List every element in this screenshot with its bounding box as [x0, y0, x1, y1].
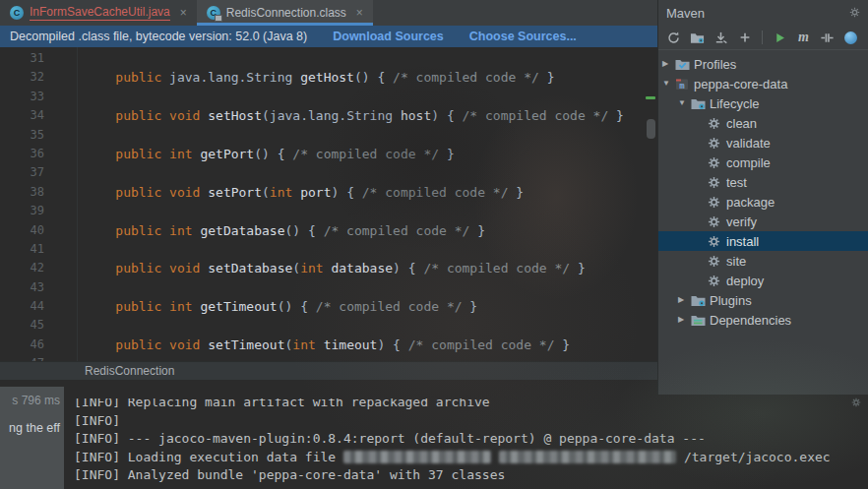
console-line: [INFO] Loading execution data file /targ… — [74, 449, 868, 467]
chevron-right-icon[interactable]: ▶ — [678, 296, 691, 304]
maven-module-icon: m — [675, 78, 692, 91]
maven-tree-item-lifecycle[interactable]: ▼Lifecycle — [658, 93, 868, 113]
code-line[interactable]: 35 — [0, 126, 657, 145]
maven-tree-item-plugins[interactable]: ▶Plugins — [658, 290, 868, 310]
plugins-folder-icon — [691, 294, 708, 307]
line-number: 32 — [0, 68, 44, 87]
code-line[interactable]: 36 public int getPort() { /* compiled co… — [0, 145, 657, 163]
maven-plugin-icon[interactable] — [840, 28, 861, 47]
code-editor[interactable]: 3132 public java.lang.String getHost() {… — [0, 47, 657, 362]
line-number: 43 — [0, 278, 44, 297]
profiles-folder-icon — [675, 58, 692, 71]
chevron-right-icon[interactable]: ▶ — [678, 316, 691, 324]
download-sources-icon[interactable] — [711, 28, 731, 47]
tree-item-label: Lifecycle — [710, 96, 760, 111]
tab-redisconnection[interactable]: C RedisConnection.class × — [197, 0, 373, 26]
generate-sources-icon[interactable] — [687, 28, 708, 47]
close-tab-icon[interactable]: × — [356, 6, 363, 20]
code-text: public int getTimeout() { /* compiled co… — [85, 297, 477, 316]
chevron-right-icon[interactable]: ▶ — [662, 60, 675, 68]
line-number: 46 — [0, 336, 44, 354]
console-settings-icon[interactable] — [851, 394, 861, 411]
maven-tree-item-install[interactable]: install — [658, 231, 868, 251]
goal-icon — [708, 156, 724, 169]
maven-tree-item-profiles[interactable]: ▶Profiles — [658, 54, 868, 74]
download-sources-link[interactable]: Download Sources — [333, 30, 444, 43]
add-maven-project-icon[interactable] — [734, 28, 755, 47]
chevron-down-icon[interactable]: ▼ — [662, 80, 675, 88]
tab-label: InFormSaveCacheUtil.java — [30, 5, 170, 21]
maven-tree-item-site[interactable]: site — [658, 251, 868, 271]
code-text: public int getDatabase() { /* compiled c… — [85, 221, 485, 240]
editor-scrollbar-thumb[interactable] — [647, 119, 655, 139]
line-number: 38 — [0, 183, 44, 202]
tree-item-label: deploy — [726, 274, 764, 288]
code-line[interactable]: 39 — [0, 202, 657, 220]
code-line[interactable]: 40 public int getDatabase() { /* compile… — [0, 221, 657, 240]
code-line[interactable]: 37 — [0, 163, 657, 182]
execute-goal-icon[interactable]: m — [793, 28, 814, 47]
console-text: [INFO] — [74, 413, 120, 428]
skip-tests-icon[interactable] — [817, 28, 837, 47]
tree-item-label: compile — [726, 155, 771, 170]
maven-tree-item-deploy[interactable]: deploy — [658, 271, 868, 290]
maven-tree-item-dependencies[interactable]: ▶Dependencies — [658, 310, 868, 330]
code-line[interactable]: 41 — [0, 240, 657, 259]
code-line[interactable]: 38 public void setPort(int port) { /* co… — [0, 183, 657, 202]
chevron-down-icon[interactable]: ▼ — [678, 99, 691, 107]
line-number: 31 — [0, 49, 44, 68]
tab-informsavecacheutil[interactable]: C InFormSaveCacheUtil.java × — [0, 0, 197, 26]
breadcrumb-item[interactable]: RedisConnection — [85, 364, 174, 378]
goal-icon — [708, 215, 724, 228]
panel-gear-icon[interactable] — [849, 6, 860, 21]
line-number: 33 — [0, 88, 44, 106]
code-line[interactable]: 33 — [0, 88, 657, 106]
console-text: [INFO] Analyzed bundle 'peppa-core-data'… — [74, 467, 505, 482]
maven-tree-item-clean[interactable]: clean — [658, 113, 868, 133]
tree-item-label: validate — [726, 136, 771, 151]
maven-tree-item-test[interactable]: test — [658, 172, 868, 192]
line-number: 35 — [0, 126, 44, 145]
maven-tree-item-validate[interactable]: validate — [658, 133, 868, 153]
choose-sources-link[interactable]: Choose Sources... — [469, 30, 577, 43]
run-console[interactable]: [INFO] Replacing main artifact with repa… — [0, 380, 868, 489]
goal-icon — [708, 196, 724, 209]
run-icon[interactable] — [770, 28, 790, 47]
editor-tabbar: C InFormSaveCacheUtil.java × C RedisConn… — [0, 0, 657, 26]
code-line[interactable]: 45 — [0, 316, 657, 335]
banner-message: Decompiled .class file, bytecode version… — [10, 30, 307, 43]
maven-tree-item-verify[interactable]: verify — [658, 212, 868, 231]
maven-tree-item-peppa-core-data[interactable]: ▼mpeppa-core-data — [658, 74, 868, 93]
dependencies-folder-icon — [691, 314, 708, 327]
code-line[interactable]: 43 — [0, 278, 657, 297]
tree-item-label: Plugins — [710, 293, 752, 308]
inspection-ok-marker — [646, 96, 655, 99]
tree-item-label: Profiles — [694, 57, 736, 72]
console-output: [INFO] Replacing main artifact with repa… — [74, 398, 868, 489]
maven-tree-item-package[interactable]: package — [658, 192, 868, 212]
lifecycle-folder-icon — [691, 97, 708, 110]
maven-tree-item-compile[interactable]: compile — [658, 153, 868, 172]
tree-item-label: package — [726, 195, 775, 210]
goal-icon — [708, 176, 724, 189]
reimport-icon[interactable] — [663, 28, 684, 47]
code-line[interactable]: 32 public java.lang.String getHost() { /… — [0, 68, 657, 87]
goal-icon — [708, 117, 724, 130]
code-line[interactable]: 44 public int getTimeout() { /* compiled… — [0, 297, 657, 316]
svg-text:m: m — [679, 80, 685, 90]
line-number: 44 — [0, 297, 44, 316]
breadcrumb[interactable]: RedisConnection — [0, 361, 657, 380]
code-text: public void setPort(int port) { /* compi… — [85, 183, 524, 202]
goal-icon — [708, 275, 724, 287]
maven-m-glyph: m — [798, 31, 809, 44]
code-line[interactable]: 46 public void setTimeout(int timeout) {… — [0, 336, 657, 354]
maven-goals-tree: ▶Profiles▼mpeppa-core-data▼Lifecycleclea… — [658, 54, 868, 330]
code-line[interactable]: 31 — [0, 49, 657, 68]
redacted-text — [499, 451, 676, 463]
close-tab-icon[interactable]: × — [180, 6, 187, 20]
run-tree-panel[interactable]: s 796 ms ng the eff — [0, 387, 64, 489]
maven-panel-header: Maven — [658, 0, 868, 26]
code-line[interactable]: 34 public void setHost(java.lang.String … — [0, 106, 657, 125]
console-line: [INFO] Analyzed bundle 'peppa-core-data'… — [74, 466, 868, 485]
code-line[interactable]: 42 public void setDatabase(int database)… — [0, 259, 657, 277]
